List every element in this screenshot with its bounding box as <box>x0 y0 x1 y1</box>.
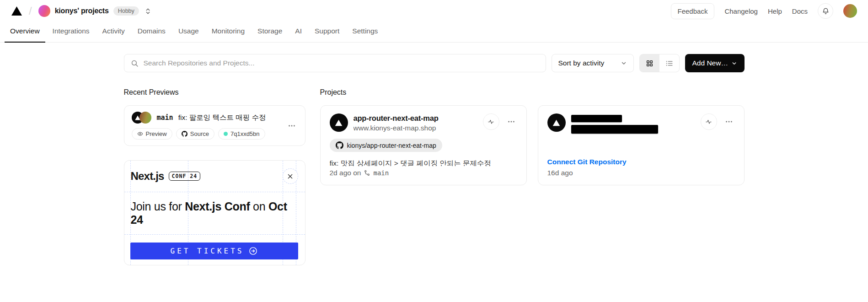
tab-support[interactable]: Support <box>309 22 345 42</box>
projects-grid: app-router-next-eat-map www.kionys-eat-m… <box>320 105 745 185</box>
ellipsis-icon <box>507 118 515 126</box>
unfold-chevrons-icon <box>145 8 151 15</box>
pulse-icon <box>487 118 495 126</box>
project-titles <box>571 113 695 134</box>
project-card[interactable]: app-router-next-eat-map www.kionys-eat-m… <box>320 105 527 185</box>
project-domain[interactable]: www.kionys-eat-map.shop <box>354 124 477 132</box>
sort-label: Sort by activity <box>558 59 605 67</box>
project-menu-button[interactable] <box>723 116 735 128</box>
search-input[interactable] <box>144 59 539 67</box>
tab-settings[interactable]: Settings <box>347 22 383 42</box>
conf-card-close-button[interactable] <box>283 168 298 184</box>
bell-icon <box>822 7 830 15</box>
tab-activity[interactable]: Activity <box>97 22 130 42</box>
preview-links-row: Preview Source 7q1xxd5bn <box>132 128 266 140</box>
redacted-text <box>571 114 695 134</box>
vercel-triangle-icon <box>552 119 560 126</box>
project-card-header: app-router-next-eat-map www.kionys-eat-m… <box>330 113 517 132</box>
deploy-meta: 2d ago on main <box>330 169 517 177</box>
deployment-status-dot <box>224 132 228 136</box>
deploy-branch: main <box>373 169 389 177</box>
team-switcher-button[interactable] <box>144 7 152 16</box>
toolbar: Sort by activity Add New… <box>124 54 745 72</box>
tab-overview[interactable]: Overview <box>5 22 45 42</box>
committer-avatar <box>139 112 151 124</box>
headline-text: Join us for <box>131 200 185 213</box>
project-updated-time: 16d ago <box>547 169 735 177</box>
preview-card: main fix: 팔로잉 텍스트 매핑 수정 Preview <box>124 105 305 146</box>
deploy-time: 2d ago on <box>330 169 361 177</box>
chevron-down-icon <box>731 60 737 66</box>
top-header: / kionys' projects Hobby Feedback Change… <box>0 0 868 22</box>
activity-button[interactable] <box>701 113 717 130</box>
ellipsis-icon <box>288 122 296 130</box>
eye-icon <box>137 131 143 137</box>
github-icon <box>182 131 188 137</box>
get-tickets-label: GET TICKETS <box>171 247 244 255</box>
project-card-header <box>547 113 735 134</box>
redaction-bar <box>571 125 658 134</box>
branch-name: main <box>157 113 173 122</box>
repo-pill[interactable]: kionys/app-router-next-eat-map <box>330 139 442 152</box>
list-icon <box>665 59 673 67</box>
conf-badge: CONF 24 <box>169 172 200 181</box>
grid-icon <box>646 59 654 67</box>
recent-previews-heading: Recent Previews <box>124 88 305 97</box>
preview-link-pill[interactable]: Preview <box>132 128 172 140</box>
source-label: Source <box>190 130 209 137</box>
chevron-down-icon <box>621 60 627 66</box>
tab-integrations[interactable]: Integrations <box>47 22 95 42</box>
arrow-circle-right-icon <box>249 247 257 255</box>
commit-message: fix: 팔로잉 텍스트 매핑 수정 <box>178 113 266 123</box>
deployment-id: 7q1xxd5bn <box>230 130 260 137</box>
tab-ai[interactable]: AI <box>289 22 307 42</box>
breadcrumb-separator: / <box>29 5 32 17</box>
project-menu-button[interactable] <box>505 116 517 128</box>
preview-commit-row: main fix: 팔로잉 텍스트 매핑 수정 <box>132 112 266 124</box>
help-link[interactable]: Help <box>768 7 782 15</box>
close-icon <box>288 174 293 179</box>
preview-card-menu-button[interactable] <box>286 120 298 132</box>
team-avatar[interactable] <box>38 5 50 17</box>
get-tickets-button[interactable]: GET TICKETS <box>130 243 298 259</box>
changelog-link[interactable]: Changelog <box>724 7 758 15</box>
nextjs-conf-card: Next.js CONF 24 Join us for Next.js Conf… <box>124 160 305 265</box>
connect-git-repository-link[interactable]: Connect Git Repository <box>547 158 735 166</box>
headline-event: Next.js Conf <box>185 200 250 213</box>
search-box[interactable] <box>124 54 546 72</box>
add-new-label: Add New… <box>692 59 728 67</box>
project-name[interactable]: app-router-next-eat-map <box>354 114 477 123</box>
activity-button[interactable] <box>483 113 499 130</box>
view-toggle <box>639 54 680 72</box>
conf-card-header: Next.js CONF 24 <box>124 161 305 192</box>
grid-view-button[interactable] <box>640 54 659 72</box>
team-name[interactable]: kionys' projects <box>55 7 109 15</box>
header-right: Feedback Changelog Help Docs <box>671 3 857 19</box>
search-icon <box>131 59 139 67</box>
sort-dropdown[interactable]: Sort by activity <box>552 54 634 72</box>
preview-card-body: main fix: 팔로잉 텍스트 매핑 수정 Preview <box>132 112 266 140</box>
deployment-id-pill[interactable]: 7q1xxd5bn <box>218 128 265 140</box>
list-view-button[interactable] <box>659 54 679 72</box>
tab-monitoring[interactable]: Monitoring <box>206 22 250 42</box>
dashboard-tabs: Overview Integrations Activity Domains U… <box>0 22 868 43</box>
notifications-button[interactable] <box>818 3 833 19</box>
header-left: / kionys' projects Hobby <box>11 5 152 17</box>
latest-commit-message: fix: 맛집 상세페이지 > 댓글 페이징 안되는 문제수정 <box>330 159 517 166</box>
conf-headline: Join us for Next.js Conf on Oct 24 <box>124 192 305 234</box>
tab-storage[interactable]: Storage <box>252 22 288 42</box>
feedback-button[interactable]: Feedback <box>671 3 715 19</box>
pulse-icon <box>705 118 713 126</box>
source-link-pill[interactable]: Source <box>176 128 214 140</box>
user-avatar[interactable] <box>843 4 857 18</box>
vercel-triangle-icon <box>335 119 343 126</box>
project-card[interactable]: Connect Git Repository 16d ago <box>538 105 745 185</box>
vercel-logo-icon[interactable] <box>11 6 22 16</box>
tab-usage[interactable]: Usage <box>173 22 204 42</box>
project-titles: app-router-next-eat-map www.kionys-eat-m… <box>354 113 477 132</box>
github-icon <box>336 141 343 149</box>
add-new-button[interactable]: Add New… <box>685 54 745 72</box>
docs-link[interactable]: Docs <box>792 7 808 15</box>
tab-domains[interactable]: Domains <box>132 22 171 42</box>
headline-text: on <box>250 200 268 213</box>
